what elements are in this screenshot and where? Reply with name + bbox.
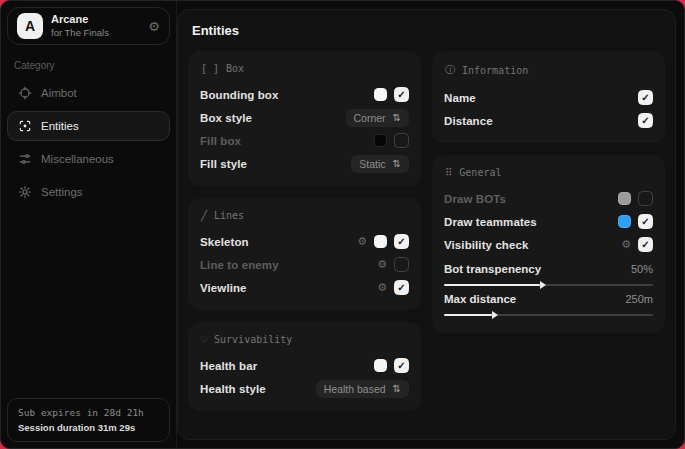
slider-value: 50% — [631, 263, 653, 275]
slider-value: 250m — [625, 293, 653, 305]
sidebar-item-label: Settings — [41, 186, 83, 198]
sidebar-item-settings[interactable]: Settings — [7, 177, 170, 207]
health-style-select[interactable]: Health based ⇅ — [316, 380, 409, 398]
setting-row-fill-style: Fill style Static ⇅ — [200, 152, 409, 175]
checkbox[interactable]: ✓ — [638, 214, 653, 229]
card-title: Information — [462, 65, 528, 76]
check-icon: ✓ — [397, 237, 405, 247]
checkbox[interactable]: ✓ — [394, 280, 409, 295]
grid-dots-icon: ⠿ — [445, 167, 452, 178]
chevron-up-down-icon: ⇅ — [393, 383, 401, 394]
setting-row-box-style: Box style Corner ⇅ — [200, 106, 409, 129]
row-gear-icon[interactable]: ⚙ — [377, 258, 387, 271]
card-box: [ ] Box Bounding box ✓ Box style Corne — [188, 51, 421, 186]
check-icon: ✓ — [641, 240, 649, 250]
subscription-status-card: Sub expires in 28d 21h Session duration … — [7, 398, 170, 442]
check-icon: ✓ — [397, 361, 405, 371]
color-swatch[interactable] — [618, 192, 631, 205]
sidebar-item-label: Aimbot — [41, 87, 77, 99]
slider-max-distance: Max distance 250m — [444, 293, 653, 316]
sub-expiry-text: Sub expires in 28d 21h — [18, 407, 159, 418]
page-title: Entities — [192, 23, 661, 38]
chevron-up-down-icon: ⇅ — [393, 112, 401, 123]
crosshair-icon — [18, 86, 32, 100]
card-lines: ╱ Lines Skeleton ⚙ ✓ Line to enemy — [188, 198, 421, 310]
sidebar-item-entities[interactable]: Entities — [7, 111, 170, 141]
setting-row-draw-teammates: Draw teammates ✓ — [444, 210, 653, 233]
session-duration-text: Session duration 31m 29s — [18, 422, 159, 433]
setting-row-health-style: Health style Health based ⇅ — [200, 377, 409, 400]
app-logo: A — [17, 13, 43, 39]
setting-row-health-bar: Health bar ✓ — [200, 354, 409, 377]
profile-card: A Arcane for The Finals ⚙ — [7, 7, 170, 45]
slider-fill[interactable] — [444, 314, 492, 316]
card-information: ⓘ Information Name ✓ Distance ✓ — [432, 51, 665, 143]
row-gear-icon[interactable]: ⚙ — [377, 281, 387, 294]
setting-row-viewline: Viewline ⚙ ✓ — [200, 276, 409, 299]
app-window: A Arcane for The Finals ⚙ Category Aimbo… — [0, 0, 685, 449]
app-name: Arcane — [51, 13, 109, 27]
check-icon: ✓ — [641, 116, 649, 126]
card-title: General — [459, 167, 501, 178]
setting-row-distance: Distance ✓ — [444, 109, 653, 132]
check-icon: ✓ — [641, 93, 649, 103]
color-swatch[interactable] — [374, 134, 387, 147]
sidebar-nav: Aimbot Entities Miscellaneous Settings — [7, 78, 170, 207]
row-gear-icon[interactable]: ⚙ — [621, 238, 631, 251]
card-title: Survivability — [214, 334, 292, 345]
color-swatch[interactable] — [374, 235, 387, 248]
box-brackets-icon: [ ] — [201, 63, 219, 74]
slider-track[interactable] — [444, 284, 653, 286]
color-swatch[interactable] — [374, 88, 387, 101]
slider-bot-transparency: Bot transpenency 50% — [444, 263, 653, 286]
checkbox[interactable]: ✓ — [394, 257, 409, 272]
checkbox[interactable]: ✓ — [394, 358, 409, 373]
card-survivability: ♡ Survivability Health bar ✓ Health styl… — [188, 322, 421, 411]
info-icon: ⓘ — [445, 63, 455, 77]
sliders-icon — [18, 152, 32, 166]
color-swatch[interactable] — [374, 359, 387, 372]
checkbox[interactable]: ✓ — [394, 234, 409, 249]
setting-row-bounding-box: Bounding box ✓ — [200, 83, 409, 106]
card-title: Box — [226, 63, 244, 74]
box-style-select[interactable]: Corner ⇅ — [346, 109, 410, 127]
color-swatch[interactable] — [618, 215, 631, 228]
sidebar: A Arcane for The Finals ⚙ Category Aimbo… — [1, 1, 177, 448]
left-column: [ ] Box Bounding box ✓ Box style Corne — [188, 51, 421, 411]
sidebar-item-label: Miscellaneous — [41, 153, 114, 165]
check-icon: ✓ — [397, 90, 405, 100]
sidebar-item-label: Entities — [41, 120, 79, 132]
row-gear-icon[interactable]: ⚙ — [357, 235, 367, 248]
sidebar-item-aimbot[interactable]: Aimbot — [7, 78, 170, 108]
checkbox[interactable]: ✓ — [638, 191, 653, 206]
app-subtitle: for The Finals — [51, 27, 109, 39]
sidebar-item-miscellaneous[interactable]: Miscellaneous — [7, 144, 170, 174]
checkbox[interactable]: ✓ — [394, 133, 409, 148]
card-title: Lines — [214, 210, 244, 221]
main-panel: Entities [ ] Box Bounding box ✓ — [177, 9, 676, 440]
heart-icon: ♡ — [201, 334, 207, 345]
slider-fill[interactable] — [444, 284, 540, 286]
check-icon: ✓ — [641, 217, 649, 227]
checkbox[interactable]: ✓ — [638, 90, 653, 105]
diagonal-line-icon: ╱ — [201, 210, 207, 221]
setting-row-fill-box: Fill box ✓ — [200, 129, 409, 152]
card-general: ⠿ General Draw BOTs ✓ Draw teammates — [432, 155, 665, 333]
gear-icon — [18, 185, 32, 199]
scan-icon — [18, 119, 32, 133]
setting-row-line-to-enemy: Line to enemy ⚙ ✓ — [200, 253, 409, 276]
profile-gear-icon[interactable]: ⚙ — [148, 19, 160, 34]
setting-row-name: Name ✓ — [444, 86, 653, 109]
checkbox[interactable]: ✓ — [394, 87, 409, 102]
setting-row-skeleton: Skeleton ⚙ ✓ — [200, 230, 409, 253]
checkbox[interactable]: ✓ — [638, 113, 653, 128]
setting-row-visibility-check: Visibility check ⚙ ✓ — [444, 233, 653, 256]
checkbox[interactable]: ✓ — [638, 237, 653, 252]
check-icon: ✓ — [397, 283, 405, 293]
category-label: Category — [14, 60, 163, 71]
slider-track[interactable] — [444, 314, 653, 316]
chevron-up-down-icon: ⇅ — [393, 158, 401, 169]
setting-row-draw-bots: Draw BOTs ✓ — [444, 187, 653, 210]
right-column: ⓘ Information Name ✓ Distance ✓ — [432, 51, 665, 333]
fill-style-select[interactable]: Static ⇅ — [351, 155, 409, 173]
